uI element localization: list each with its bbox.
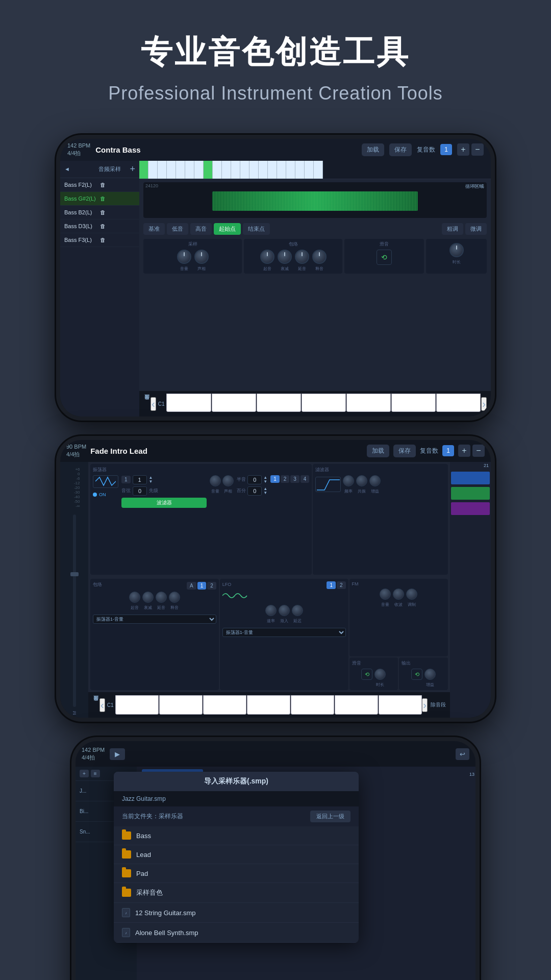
save-button-1[interactable]: 保存 xyxy=(389,143,412,156)
bottom-key-7[interactable] xyxy=(436,394,481,412)
poly-minus-2[interactable]: − xyxy=(472,445,485,457)
bottom-key-1[interactable] xyxy=(166,394,211,412)
b2-key-5[interactable] xyxy=(291,695,334,715)
b2-key-1[interactable] xyxy=(115,695,159,715)
lfo-delay-knob[interactable] xyxy=(292,605,303,616)
piano-key-w11[interactable] xyxy=(231,161,240,179)
folder-pad[interactable]: Pad xyxy=(114,864,359,883)
piano-key-w3[interactable] xyxy=(158,161,167,179)
octave-box[interactable]: 1 xyxy=(133,475,147,484)
coarse-tune-btn[interactable]: 粗调 xyxy=(442,223,463,235)
harmony-val[interactable]: 0 xyxy=(133,486,147,496)
fader-handle[interactable] xyxy=(70,572,79,576)
env-decay-knob[interactable] xyxy=(142,592,154,603)
piano-next-arrow[interactable]: › xyxy=(481,397,487,411)
octave-down[interactable]: ▼ xyxy=(149,480,153,484)
back-button[interactable]: 返回上一级 xyxy=(310,811,350,822)
port-duration-knob[interactable] xyxy=(374,669,386,680)
volume-knob[interactable] xyxy=(177,250,191,264)
master-fader[interactable] xyxy=(73,514,76,707)
sample-item-bassg2[interactable]: Bass G#2(L) 🗑 xyxy=(60,192,139,206)
piano2-next[interactable]: › xyxy=(422,698,428,712)
fm-vol-knob[interactable] xyxy=(380,589,391,600)
pan-knob[interactable] xyxy=(194,250,209,264)
bottom-piano-keys-2[interactable] xyxy=(115,695,422,715)
waveform-visual[interactable] xyxy=(143,189,487,213)
folder-samples[interactable]: 采样音色 xyxy=(114,883,359,903)
piano-key-active[interactable] xyxy=(139,161,148,179)
tab-end[interactable]: 结束点 xyxy=(243,223,270,235)
sustain-knob[interactable] xyxy=(295,250,309,264)
env-tab-2[interactable]: 2 xyxy=(207,582,216,590)
poly-plus-2[interactable]: + xyxy=(458,445,470,457)
piano-key-w14[interactable] xyxy=(259,161,268,179)
b2-key-3[interactable] xyxy=(203,695,246,715)
sample-item-bassf2[interactable]: Bass F2(L) 🗑 xyxy=(60,178,139,192)
poly-plus-1[interactable]: + xyxy=(457,143,469,156)
piano-key-w5[interactable] xyxy=(176,161,185,179)
cent-down[interactable]: ▼ xyxy=(263,491,267,495)
release-knob[interactable] xyxy=(312,250,327,264)
folder-lead[interactable]: Lead xyxy=(114,845,359,864)
sample-item-bassb2[interactable]: Bass B2(L) 🗑 xyxy=(60,206,139,219)
add-sample-button[interactable]: + xyxy=(130,164,136,175)
env-sustain-knob[interactable] xyxy=(156,592,167,603)
lfo-tab-1[interactable]: 1 xyxy=(327,581,336,589)
piano-key-w20[interactable] xyxy=(314,161,323,179)
piano-key-w10[interactable] xyxy=(222,161,231,179)
piano-key-w18[interactable] xyxy=(295,161,305,179)
bottom-key-3[interactable] xyxy=(257,394,301,412)
osc-pan-knob[interactable] xyxy=(222,475,234,486)
lfo-mod-dropdown[interactable]: 振荡器1-音量 xyxy=(222,628,346,637)
env-mod-dropdown[interactable]: 振荡器1-音量 xyxy=(93,615,216,624)
delete-sample-icon-3[interactable]: 🗑 xyxy=(100,209,136,215)
decay-knob[interactable] xyxy=(278,250,292,264)
out-toggle[interactable]: ⟲ xyxy=(411,669,422,680)
osc-num-2[interactable]: 2 xyxy=(281,475,290,483)
add-track-btn[interactable]: + xyxy=(80,770,89,777)
sample-item-bassd3[interactable]: Bass D3(L) 🗑 xyxy=(60,219,139,233)
semitone-val[interactable]: 0 xyxy=(247,475,262,484)
tab-bass[interactable]: 低音 xyxy=(167,223,188,235)
duration-knob[interactable] xyxy=(449,243,464,257)
tab-start[interactable]: 起始点 xyxy=(214,223,241,235)
lfo-rate-knob[interactable] xyxy=(265,605,277,616)
fm-wave-knob[interactable] xyxy=(393,589,404,600)
piano-key-w19[interactable] xyxy=(305,161,314,179)
filter-wave-btn[interactable]: 波滤器 xyxy=(121,498,207,508)
resonance-knob[interactable] xyxy=(356,475,367,486)
osc-num-3[interactable]: 3 xyxy=(290,475,299,483)
bottom-key-4[interactable] xyxy=(302,394,346,412)
delete-sample-icon-2[interactable]: 🗑 xyxy=(100,195,136,202)
piano-prev-arrow[interactable]: ‹ xyxy=(151,397,156,411)
env-tab-1[interactable]: 1 xyxy=(197,582,207,590)
piano2-prev[interactable]: ‹ xyxy=(99,698,105,712)
wave-shape-display[interactable] xyxy=(93,475,118,488)
piano-key-w7[interactable] xyxy=(194,161,204,179)
lfo-tab-2[interactable]: 2 xyxy=(337,581,346,589)
osc-num-1[interactable]: 1 xyxy=(270,475,280,483)
piano-key-active2[interactable] xyxy=(204,161,213,179)
bottom-key-5[interactable] xyxy=(346,394,391,412)
env-tab-a[interactable]: A xyxy=(187,582,196,590)
layers-btn[interactable]: ≡ xyxy=(91,770,100,777)
gain-knob[interactable] xyxy=(369,475,381,486)
lfo-fadein-knob[interactable] xyxy=(279,605,290,616)
piano-key-w15[interactable] xyxy=(268,161,277,179)
play-button[interactable]: ▶ xyxy=(110,748,125,760)
b2-key-4[interactable] xyxy=(247,695,290,715)
rewind-button[interactable]: ↩ xyxy=(456,748,469,760)
piano-key-w13[interactable] xyxy=(249,161,259,179)
b2-key-6[interactable] xyxy=(335,695,378,715)
piano-key-w16[interactable] xyxy=(277,161,286,179)
load-button-1[interactable]: 加载 xyxy=(362,143,384,156)
piano-keyboard-1[interactable] xyxy=(139,161,491,179)
fine-tune-btn[interactable]: 微调 xyxy=(465,223,487,235)
piano-key-w2[interactable] xyxy=(148,161,158,179)
fm-mod-knob[interactable] xyxy=(406,589,417,600)
save-button-2[interactable]: 保存 xyxy=(393,445,416,457)
b2-key-2[interactable] xyxy=(159,695,203,715)
out-gain-knob[interactable] xyxy=(424,669,436,680)
port-toggle[interactable]: ⟲ xyxy=(361,669,372,680)
delete-sample-icon-5[interactable]: 🗑 xyxy=(100,237,136,243)
